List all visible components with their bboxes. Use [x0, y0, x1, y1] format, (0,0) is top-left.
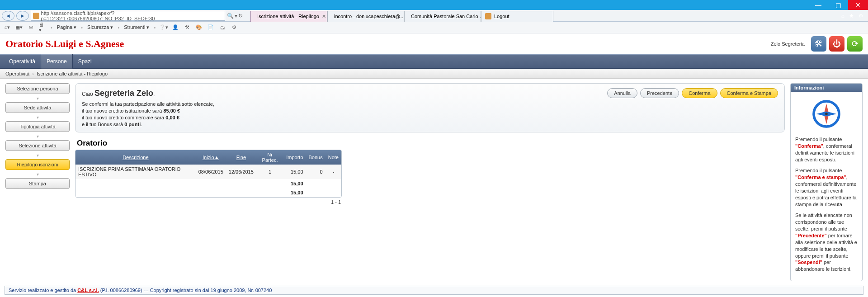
feeds-icon[interactable]: ▦▾ — [15, 24, 23, 31]
col-fine[interactable]: Fine — [226, 150, 256, 165]
previous-button[interactable]: Precedente — [640, 88, 679, 98]
col-importo: Importo — [283, 150, 306, 165]
col-note: Note — [326, 150, 341, 165]
table-title: Oratorio — [77, 139, 342, 148]
tools-button[interactable]: 🛠 — [811, 36, 826, 52]
tab-logout[interactable]: Logout — [481, 11, 553, 22]
toolbar-icon[interactable]: 🎨 — [195, 24, 203, 31]
nav-spazi[interactable]: Spazi — [73, 54, 97, 69]
main-nav: Operatività Persone Spazi — [0, 54, 868, 69]
search-controls[interactable]: 🔍▾↻ — [227, 13, 245, 19]
chevron-down-icon: ▾ — [5, 153, 70, 157]
browser-nav-row: ◄ ► http://sansone.clsoft.it/pls/apex/f?… — [0, 10, 868, 22]
window-titlebar: — ▢ ✕ — [0, 0, 868, 10]
page-header: Oratorio S.Luigi e S.Agnese Zelo Segrete… — [0, 33, 868, 54]
step-riepilogo-iscrizioni[interactable]: Riepilogo iscrizioni — [5, 159, 70, 170]
favorites-icon[interactable]: ★ — [849, 13, 854, 19]
step-stampa[interactable]: Stampa — [5, 178, 70, 189]
info-p2: Premendo il pulsante "Conferma e stampa"… — [795, 167, 858, 207]
menu-security[interactable]: Sicurezza ▾ — [87, 24, 113, 30]
address-url: http://sansone.clsoft.it/pls/apex/f?p=11… — [41, 10, 223, 21]
cell-importo: 15,00 — [283, 165, 306, 179]
col-partecipanti: Nr Partec. — [256, 150, 283, 165]
greeting: Ciao Segreteria Zelo, — [82, 89, 155, 98]
tab-iscrizione[interactable]: Iscrizione attività - Riepilogo ✕ — [250, 11, 327, 22]
cell-inizio: 08/06/2015 — [196, 165, 226, 179]
vendor-link[interactable]: C&L s.r.l. — [77, 288, 99, 293]
forward-button[interactable]: ► — [16, 11, 29, 21]
chevron-down-icon: ▾ — [5, 172, 70, 176]
tab-gmail-comunita[interactable]: Comunità Pastorale San Carlo … — [404, 11, 481, 22]
nav-operativita[interactable]: Operatività — [4, 54, 41, 69]
step-sede-attivita[interactable]: Sede attività — [5, 102, 70, 113]
col-descrizione[interactable]: Descrizione — [75, 150, 196, 165]
chevron-right-icon: › — [32, 71, 34, 76]
toolbar-icon[interactable]: 📄 — [207, 24, 214, 31]
confirm-print-button[interactable]: Conferma e Stampa — [720, 88, 778, 98]
tab-gmail-incontro[interactable]: incontro - donlucapeschiera@… — [327, 11, 404, 22]
subtotal-importo: 15,00 — [283, 179, 306, 188]
confirm-button[interactable]: Conferma — [682, 88, 717, 98]
toolbar-icon[interactable]: 🗂 — [219, 24, 226, 31]
tab-close-icon[interactable]: ✕ — [322, 14, 326, 19]
home-dropdown-icon[interactable]: ⌂▾ — [4, 24, 11, 31]
table-pager: 1 - 1 — [75, 198, 342, 207]
browser-tabs: Iscrizione attività - Riepilogo ✕ incont… — [250, 10, 553, 22]
home-icon[interactable]: ⌂ — [841, 13, 844, 19]
summary-panel: Ciao Segreteria Zelo, Annulla Precedente… — [75, 83, 785, 132]
toolbar-icon[interactable]: ⚒ — [184, 24, 191, 31]
info-p1: Premendo il pulsante "Conferma", conferm… — [795, 136, 858, 163]
info-title: Informazioni — [791, 84, 862, 92]
window-close-button[interactable]: ✕ — [848, 0, 868, 10]
window-maximize-button[interactable]: ▢ — [828, 0, 848, 10]
print-icon[interactable]: 🖨▾ — [39, 24, 46, 31]
menu-tools[interactable]: Strumenti ▾ — [124, 24, 149, 30]
chevron-down-icon: ▾ — [5, 134, 70, 138]
refresh-button[interactable]: ⟳ — [847, 36, 863, 52]
toolbar-icon[interactable]: 👤 — [172, 24, 179, 31]
compass-icon — [795, 98, 858, 130]
activities-table: Descrizione Inizio▲ Fine Nr Partec. Impo… — [75, 150, 342, 198]
confirm-text: Se confermi la tua partecipazione alle a… — [82, 101, 778, 127]
current-user: Zelo Segreteria — [771, 41, 805, 47]
tab-label: Comunità Pastorale San Carlo … — [411, 14, 481, 19]
search-icon: 🔍 — [227, 13, 234, 19]
mail-icon[interactable]: ✉ — [27, 24, 34, 31]
svg-point-3 — [825, 113, 828, 115]
menu-page[interactable]: Pagina ▾ — [57, 24, 76, 30]
chevron-down-icon: ▾ — [5, 96, 70, 100]
table-total-row: 15,00 — [75, 188, 341, 197]
col-bonus: Bonus — [306, 150, 326, 165]
cell-descr: ISCRIZIONE PRIMA SETTIMANA ORATORIO ESTI… — [75, 165, 196, 179]
sort-asc-icon: ▲ — [214, 155, 219, 160]
info-panel: Informazioni Premendo il pulsante "Confe… — [790, 83, 863, 281]
wizard-sidebar: Selezione persona ▾ Sede attività ▾ Tipo… — [5, 83, 70, 189]
cell-partec: 1 — [256, 165, 283, 179]
table-subtotal-row: 15,00 — [75, 179, 341, 188]
nav-persone[interactable]: Persone — [41, 54, 73, 69]
browser-toolbar: ⌂▾ ▦▾ ✉ 🖨▾ • Pagina ▾ • Sicurezza ▾ • St… — [0, 22, 868, 33]
toolbar-icon[interactable]: ❔▾ — [160, 24, 167, 31]
tab-label: Logout — [494, 14, 509, 19]
address-bar[interactable]: http://sansone.clsoft.it/pls/apex/f?p=11… — [31, 11, 225, 21]
info-p3: Se le attività elencate non corrispondon… — [795, 212, 858, 273]
chevron-down-icon: ▾ — [5, 115, 70, 119]
power-button[interactable]: ⏻ — [829, 36, 844, 52]
breadcrumb: Operatività › Iscrizione alle attività -… — [0, 69, 868, 79]
step-selezione-attivita[interactable]: Selezione attività — [5, 140, 70, 151]
col-inizio[interactable]: Inizio▲ — [196, 150, 226, 165]
cell-bonus: 0 — [306, 165, 326, 179]
total-importo: 15,00 — [283, 188, 306, 197]
breadcrumb-root[interactable]: Operatività — [5, 71, 29, 76]
step-tipologia-attivita[interactable]: Tipologia attività — [5, 121, 70, 132]
site-title: Oratorio S.Luigi e S.Agnese — [5, 38, 124, 50]
cancel-button[interactable]: Annulla — [607, 88, 637, 98]
table-row: ISCRIZIONE PRIMA SETTIMANA ORATORIO ESTI… — [75, 165, 341, 179]
tools-icon[interactable]: ⚙ — [859, 13, 863, 19]
tab-favicon-icon — [485, 13, 491, 19]
page-footer: Servizio realizzato e gestito da C&L s.r… — [5, 286, 863, 295]
back-button[interactable]: ◄ — [2, 11, 14, 21]
toolbar-icon[interactable]: ⚙ — [231, 24, 238, 31]
step-selezione-persona[interactable]: Selezione persona — [5, 83, 70, 94]
window-minimize-button[interactable]: — — [808, 0, 828, 10]
